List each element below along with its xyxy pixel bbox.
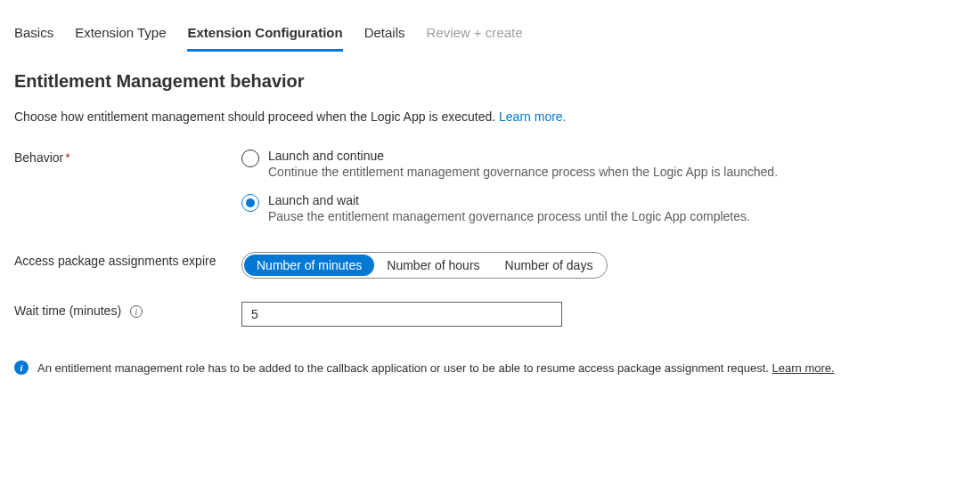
tab-extension-configuration[interactable]: Extension Configuration: [187, 25, 342, 52]
radio-label-launch-continue: Launch and continue: [268, 149, 778, 163]
wait-time-input[interactable]: [241, 302, 562, 327]
label-wait-time-text: Wait time (minutes): [14, 304, 121, 318]
form-row-expire: Access package assignments expire Number…: [14, 252, 966, 279]
info-banner-text: An entitlement management role has to be…: [37, 361, 772, 375]
radio-desc-launch-continue: Continue the entitlement management gove…: [268, 165, 778, 179]
section-entitlement-behavior: Entitlement Management behavior Choose h…: [0, 52, 980, 327]
pill-minutes[interactable]: Number of minutes: [244, 255, 374, 276]
wait-time-control: [241, 302, 966, 327]
tab-details[interactable]: Details: [364, 25, 405, 52]
tab-basics[interactable]: Basics: [14, 25, 53, 52]
label-wait-time: Wait time (minutes) i: [14, 302, 241, 318]
behavior-radio-group: Launch and continue Continue the entitle…: [241, 149, 966, 223]
radio-circle-icon: [241, 194, 259, 212]
radio-label-launch-wait: Launch and wait: [268, 193, 750, 207]
tab-review-create: Review + create: [427, 25, 523, 52]
radio-launch-wait[interactable]: Launch and wait Pause the entitlement ma…: [241, 193, 966, 223]
description-text: Choose how entitlement management should…: [14, 109, 499, 124]
radio-content: Launch and wait Pause the entitlement ma…: [268, 193, 750, 223]
info-banner-icon: i: [14, 360, 29, 375]
pill-hours[interactable]: Number of hours: [374, 255, 492, 276]
required-indicator: *: [65, 150, 69, 165]
section-title: Entitlement Management behavior: [14, 71, 966, 92]
info-banner-text-wrap: An entitlement management role has to be…: [37, 361, 835, 375]
label-expire: Access package assignments expire: [14, 252, 241, 268]
form-row-wait-time: Wait time (minutes) i: [14, 302, 966, 327]
radio-dot-icon: [246, 198, 255, 207]
expire-pill-group: Number of minutes Number of hours Number…: [241, 252, 608, 279]
section-description: Choose how entitlement management should…: [14, 109, 966, 124]
tab-extension-type[interactable]: Extension Type: [75, 25, 166, 52]
info-banner-link[interactable]: Learn more.: [772, 361, 835, 375]
radio-circle-icon: [241, 150, 259, 167]
radio-launch-continue[interactable]: Launch and continue Continue the entitle…: [241, 149, 966, 179]
radio-desc-launch-wait: Pause the entitlement management governa…: [268, 209, 750, 223]
expire-control: Number of minutes Number of hours Number…: [241, 252, 966, 279]
info-banner: i An entitlement management role has to …: [0, 360, 980, 375]
learn-more-link[interactable]: Learn more.: [499, 109, 566, 124]
label-behavior-text: Behavior: [14, 150, 63, 165]
info-icon[interactable]: i: [130, 305, 143, 318]
radio-content: Launch and continue Continue the entitle…: [268, 149, 778, 179]
label-behavior: Behavior*: [14, 149, 241, 165]
pill-days[interactable]: Number of days: [493, 255, 606, 276]
form-row-behavior: Behavior* Launch and continue Continue t…: [14, 149, 966, 223]
wizard-tabs: Basics Extension Type Extension Configur…: [0, 0, 980, 52]
